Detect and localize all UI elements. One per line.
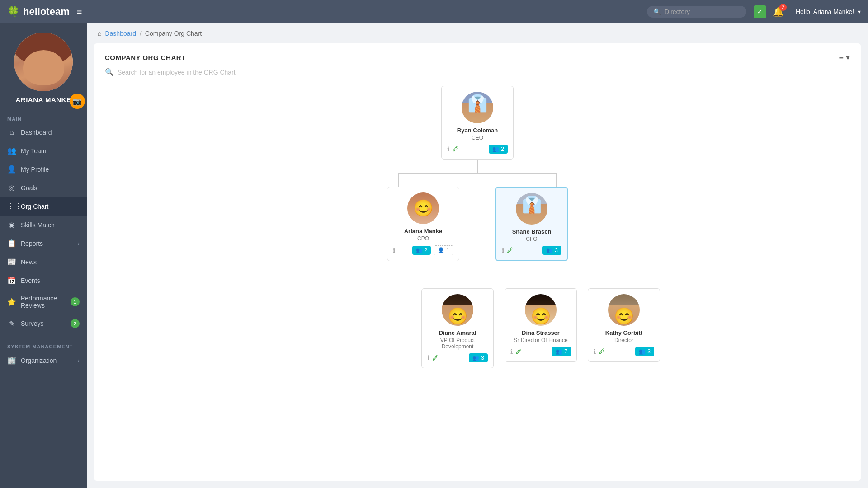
org-chart-title: COMPANY ORG CHART	[105, 54, 186, 61]
vp-title: VP Of Product Development	[427, 337, 488, 350]
sidebar-item-label: Events	[21, 277, 80, 284]
info-icon[interactable]: ℹ	[393, 247, 395, 254]
sidebar-item-news[interactable]: 📰 News	[0, 253, 87, 271]
cfo-count: 3	[555, 247, 558, 253]
sr-director-actions: ℹ 🖉 👥 7	[510, 347, 571, 356]
sidebar-item-my-profile[interactable]: 👤 My Profile	[0, 160, 87, 178]
breadcrumb-dashboard-link[interactable]: Dashboard	[105, 30, 136, 37]
user-greeting[interactable]: Hello, Ariana Manke! ▾	[794, 8, 861, 15]
org-search-icon: 🔍	[105, 68, 114, 76]
sidebar-item-label: My Profile	[21, 166, 80, 173]
sr-director-count: 7	[564, 348, 567, 355]
search-input[interactable]	[665, 8, 732, 15]
sr-director-node[interactable]: 😊 Dina Strasser Sr Director Of Finance ℹ…	[505, 288, 577, 362]
app-name: helloteam	[23, 6, 70, 18]
sidebar-item-performance-reviews[interactable]: ⭐ Performance Reviews 1	[0, 290, 87, 314]
people-icon: 👥	[556, 348, 562, 355]
vp-avatar: 😊	[442, 294, 473, 326]
sidebar-item-organization[interactable]: 🏢 Organization ›	[0, 351, 87, 370]
people-icon: 👥	[546, 247, 553, 253]
sidebar-item-reports[interactable]: 📋 Reports ›	[0, 234, 87, 253]
notification-bell-wrapper: 🔔 2	[773, 6, 784, 17]
link-icon[interactable]: 🖉	[452, 145, 458, 153]
ceo-name: Ryan Coleman	[457, 127, 498, 134]
cpo-title: CPO	[417, 235, 429, 242]
sidebar-item-label: Surveys	[21, 320, 66, 327]
sidebar-item-goals[interactable]: ◎ Goals	[0, 178, 87, 197]
cfo-actions: ℹ 🖉 👥 3	[502, 246, 561, 255]
sidebar-item-label: News	[21, 258, 80, 266]
cpo-open-button[interactable]: 👤 1	[434, 245, 453, 255]
sidebar-item-events[interactable]: 📅 Events	[0, 271, 87, 290]
director-node[interactable]: 😊 Kathy Corbitt Director ℹ 🖉 👥	[588, 288, 660, 362]
sidebar-item-dashboard[interactable]: ⌂ Dashboard	[0, 123, 87, 141]
link-icon[interactable]: 🖉	[515, 348, 522, 355]
sidebar-item-my-team[interactable]: 👥 My Team	[0, 141, 87, 160]
people-icon: 👥	[639, 348, 646, 355]
sidebar-item-label: Organization	[21, 357, 73, 364]
events-icon: 📅	[7, 276, 16, 285]
ceo-node[interactable]: 👔 Ryan Coleman CEO ℹ 🖉 👥 2	[441, 86, 514, 160]
org-tree-container: 👔 Ryan Coleman CEO ℹ 🖉 👥 2	[105, 86, 850, 368]
change-photo-button[interactable]: 📷	[70, 94, 85, 109]
orgchart-icon: ⋮⋮	[7, 202, 16, 211]
sr-director-count-button[interactable]: 👥 7	[552, 347, 571, 356]
ceo-container: 👔 Ryan Coleman CEO ℹ 🖉 👥 2	[441, 86, 514, 173]
sidebar-item-label: Reports	[21, 240, 73, 247]
avatar	[14, 33, 73, 91]
hamburger-menu[interactable]: ≡	[77, 7, 82, 17]
director-count-button[interactable]: 👥 3	[635, 347, 654, 356]
surveys-badge: 2	[71, 319, 80, 328]
search-bar[interactable]: 🔍	[647, 6, 746, 18]
cfo-title: CFO	[526, 236, 537, 242]
sidebar-item-surveys[interactable]: ✎ Surveys 2	[0, 314, 87, 333]
vp-node[interactable]: 😊 Diane Amaral VP Of Product Development…	[421, 288, 494, 368]
ceo-count-button[interactable]: 👥 2	[489, 145, 508, 154]
info-icon[interactable]: ℹ	[502, 247, 504, 254]
info-icon[interactable]: ℹ	[594, 348, 596, 355]
cpo-count-button[interactable]: 👥 2	[412, 246, 431, 255]
org-card-menu-button[interactable]: ≡ ▾	[839, 52, 850, 62]
org-chart-card: COMPANY ORG CHART ≡ ▾ 🔍 👔	[94, 43, 861, 481]
sidebar-item-skills-match[interactable]: ◉ Skills Match	[0, 216, 87, 234]
green-square-icon[interactable]: ✓	[754, 5, 766, 18]
cfo-node[interactable]: 👔 Shane Brasch CFO ℹ 🖉 👥	[495, 187, 568, 261]
info-icon[interactable]: ℹ	[510, 348, 513, 355]
person-add-icon: 👤	[438, 247, 444, 253]
people-icon: 👥	[472, 355, 479, 361]
info-icon[interactable]: ℹ	[427, 354, 429, 361]
sidebar-item-org-chart[interactable]: ⋮⋮ Org Chart	[0, 197, 87, 216]
level3-row: 😊 Diane Amaral VP Of Product Development…	[421, 288, 660, 368]
cpo-container: 😊 Ariana Manke CPO ℹ 👥 2	[387, 187, 459, 261]
org-search-bar[interactable]: 🔍	[105, 68, 850, 82]
sr-director-title: Sr Director Of Finance	[514, 337, 567, 343]
vp-count-button[interactable]: 👥 3	[469, 353, 488, 362]
star-icon: ⭐	[7, 298, 16, 306]
topnav-icons: ✓ 🔔 2 Hello, Ariana Manke! ▾	[754, 5, 861, 18]
sidebar-item-label: My Team	[21, 147, 80, 155]
main-content: ⌂ Dashboard / Company Org Chart COMPANY …	[87, 23, 868, 488]
sidebar-profile: 📷 ARIANA MANKE	[0, 23, 87, 111]
home-breadcrumb-icon: ⌂	[98, 30, 101, 37]
sidebar: 📷 ARIANA MANKE MAIN ⌂ Dashboard 👥 My Tea…	[0, 23, 87, 488]
breadcrumb: ⌂ Dashboard / Company Org Chart	[87, 23, 868, 43]
link-icon[interactable]: 🖉	[507, 247, 513, 254]
connector-line	[477, 160, 478, 173]
sidebar-item-label: Org Chart	[21, 203, 80, 210]
connector-line	[532, 261, 532, 275]
sr-director-avatar: 😊	[525, 294, 557, 326]
link-icon[interactable]: 🖉	[432, 354, 439, 361]
org-search-input[interactable]	[118, 69, 253, 76]
info-icon[interactable]: ℹ	[447, 145, 449, 153]
cfo-count-button[interactable]: 👥 3	[542, 246, 561, 255]
news-icon: 📰	[7, 258, 16, 266]
cpo-actions: ℹ 👥 2 👤 1	[393, 245, 453, 255]
director-title: Director	[614, 337, 633, 343]
sidebar-username: ARIANA MANKE	[16, 96, 71, 103]
app-logo[interactable]: 🍀 helloteam	[7, 6, 70, 18]
ceo-avatar: 👔	[462, 92, 493, 123]
link-icon[interactable]: 🖉	[599, 348, 605, 355]
cpo-node[interactable]: 😊 Ariana Manke CPO ℹ 👥 2	[387, 187, 459, 261]
vp-container: 😊 Diane Amaral VP Of Product Development…	[421, 288, 494, 368]
reports-icon: 📋	[7, 239, 16, 248]
